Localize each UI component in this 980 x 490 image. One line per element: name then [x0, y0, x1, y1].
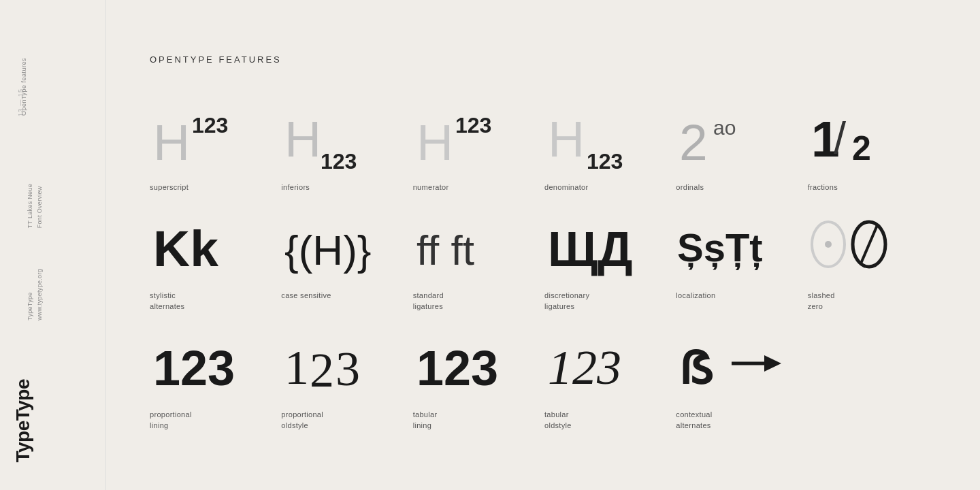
sidebar-company-info: TypeType www.typetype.org: [26, 269, 44, 321]
feature-discretionary-ligatures: ЩД discretionary ligatures: [544, 207, 676, 312]
svg-text:H: H: [284, 110, 321, 167]
brand-name: TypeType: [12, 379, 34, 463]
localization-svg: ȘșȚț: [676, 210, 778, 278]
svg-line-21: [861, 225, 877, 263]
feature-label-proportional-oldstyle: proportional oldstyle: [281, 409, 323, 431]
svg-text:2: 2: [852, 129, 871, 167]
feature-fractions: 1 / 2 fractions: [808, 99, 939, 193]
glyph-standard-ligatures: ff ft: [413, 207, 502, 282]
svg-text:Kk: Kk: [153, 220, 218, 277]
standard-ligatures-svg: ff ft: [413, 210, 502, 278]
feature-tabular-oldstyle: 123 tabular oldstyle: [544, 326, 676, 431]
feature-empty: [808, 326, 939, 431]
feature-numerator: H 123 numerator: [413, 99, 544, 193]
feature-label-superscript: superscript: [150, 182, 189, 193]
feature-superscript: H 123 superscript: [150, 99, 281, 193]
svg-marker-30: [764, 355, 781, 372]
feature-denominator: H 123 denominator: [544, 99, 676, 193]
feature-label-tabular-oldstyle: tabular oldstyle: [544, 409, 572, 431]
glyph-inferiors: H 123: [281, 99, 376, 174]
svg-text:3: 3: [336, 342, 360, 396]
feature-slashed-zero: slashed zero: [808, 207, 939, 312]
features-row3: 123 proportional lining 1 2 3: [150, 326, 939, 431]
feature-label-discretionary-ligatures: discretionary ligatures: [544, 290, 589, 312]
feature-ordinals: 2 ao ordinals: [676, 99, 807, 193]
svg-text:ȘșȚț: ȘșȚț: [677, 225, 763, 270]
feature-case-sensitive: {(H)} case sensitive: [281, 207, 412, 312]
tabular-lining-svg: 123: [413, 329, 502, 397]
svg-text:H: H: [416, 114, 453, 170]
feature-label-ordinals: ordinals: [676, 182, 704, 193]
glyph-slashed-zero: [808, 207, 896, 282]
superscript-svg: H 123: [150, 102, 238, 170]
features-row1: H 123 superscript H 123 inferiors: [150, 99, 939, 193]
svg-text:ao: ao: [713, 116, 736, 139]
stylistic-alternates-svg: Kk: [150, 210, 225, 278]
case-sensitive-svg: {(H)}: [281, 210, 376, 278]
feature-label-numerator: numerator: [413, 182, 449, 193]
sidebar-font-info: TT Lakes Neue Font Overview: [26, 184, 44, 228]
proportional-oldstyle-svg: 1 2 3: [281, 329, 370, 397]
ordinals-svg: 2 ao: [676, 102, 764, 170]
feature-contextual-alternates: ẞ contextual alternates: [676, 326, 807, 431]
feature-label-contextual-alternates: contextual alternates: [676, 409, 712, 431]
glyph-contextual-alternates: ẞ: [676, 326, 785, 401]
feature-localization: ȘșȚț localization: [676, 207, 807, 312]
glyph-proportional-lining: 123: [150, 326, 238, 401]
denominator-svg: H 123: [544, 102, 647, 170]
glyph-case-sensitive: {(H)}: [281, 207, 376, 282]
feature-proportional-lining: 123 proportional lining: [150, 326, 281, 431]
svg-text:2: 2: [310, 343, 334, 397]
svg-text:123: 123: [455, 113, 491, 137]
slashed-zero-svg: [808, 210, 896, 278]
svg-text:2: 2: [679, 114, 708, 170]
feature-label-tabular-lining: tabular lining: [413, 409, 438, 431]
glyph-discretionary-ligatures: ЩД: [544, 207, 633, 282]
glyph-numerator: H 123: [413, 99, 502, 174]
contextual-alternates-svg: ẞ: [676, 329, 785, 397]
page-container: 13 — 15 OpenType features TT Lakes Neue …: [0, 0, 980, 490]
feature-label-inferiors: inferiors: [281, 182, 310, 193]
feature-inferiors: H 123 inferiors: [281, 99, 412, 193]
feature-label-case-sensitive: case sensitive: [281, 290, 331, 301]
glyph-denominator: H 123: [544, 99, 647, 174]
feature-tabular-lining: 123 tabular lining: [413, 326, 544, 431]
svg-text:{(H)}: {(H)}: [284, 227, 371, 274]
svg-text:ẞ: ẞ: [679, 344, 713, 393]
feature-label-proportional-lining: proportional lining: [150, 409, 192, 431]
sidebar-subtitle: OpenType features: [20, 58, 27, 116]
proportional-lining-svg: 123: [150, 329, 238, 397]
glyph-superscript: H 123: [150, 99, 238, 174]
feature-label-denominator: denominator: [544, 182, 588, 193]
svg-text:123: 123: [416, 341, 498, 395]
features-row2: Kk stylistic alternates {(H)} case sensi…: [150, 207, 939, 312]
glyph-ordinals: 2 ao: [676, 99, 764, 174]
glyph-proportional-oldstyle: 1 2 3: [281, 326, 370, 401]
discretionary-ligatures-svg: ЩД: [544, 210, 633, 278]
svg-text:123: 123: [321, 149, 357, 170]
svg-point-19: [825, 241, 832, 248]
numerator-svg: H 123: [413, 102, 502, 170]
svg-text:ff ft: ff ft: [416, 227, 474, 274]
svg-text:H: H: [153, 114, 190, 170]
feature-label-localization: localization: [676, 290, 715, 301]
svg-text:123: 123: [548, 340, 621, 395]
feature-stylistic-alternates: Kk stylistic alternates: [150, 207, 281, 312]
glyph-fractions: 1 / 2: [808, 99, 889, 174]
sidebar: 13 — 15 OpenType features TT Lakes Neue …: [0, 0, 109, 490]
feature-standard-ligatures: ff ft standard ligatures: [413, 207, 544, 312]
sidebar-divider: [105, 0, 106, 490]
fractions-svg: 1 / 2: [808, 102, 889, 170]
glyph-stylistic-alternates: Kk: [150, 207, 225, 282]
feature-proportional-oldstyle: 1 2 3 proportional oldstyle: [281, 326, 412, 431]
glyph-tabular-lining: 123: [413, 326, 502, 401]
svg-text:1: 1: [284, 340, 309, 395]
svg-text:H: H: [548, 110, 585, 167]
feature-label-fractions: fractions: [808, 182, 838, 193]
inferiors-svg: H 123: [281, 102, 376, 170]
svg-text:123: 123: [587, 149, 623, 170]
glyph-localization: ȘșȚț: [676, 207, 778, 282]
glyph-tabular-oldstyle: 123: [544, 326, 633, 401]
feature-label-standard-ligatures: standard ligatures: [413, 290, 444, 312]
main-content: OPENTYPE FEATURES H 123 superscript: [109, 0, 980, 490]
